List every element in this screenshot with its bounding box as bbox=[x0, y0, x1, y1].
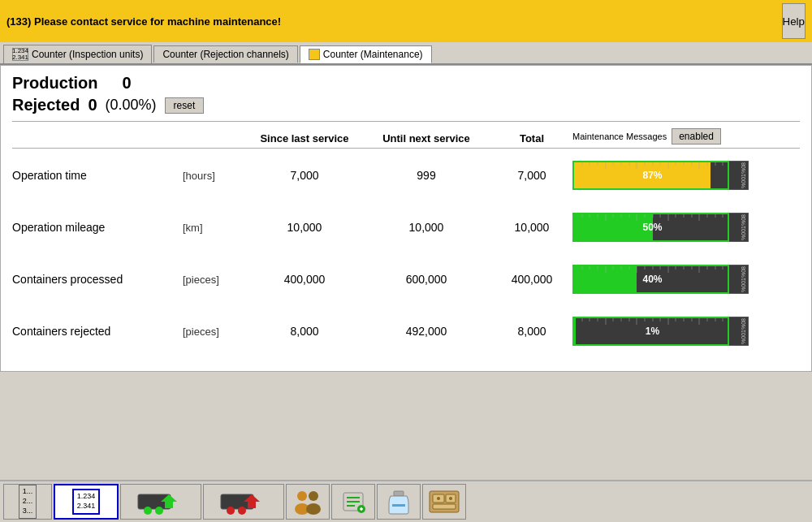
bar-scale-0: %08 %001 bbox=[729, 161, 749, 190]
row-bar-0: 87% %08 %001 bbox=[572, 161, 767, 190]
enabled-badge: enabled bbox=[672, 128, 721, 145]
svg-point-91 bbox=[238, 507, 246, 515]
svg-point-90 bbox=[227, 507, 235, 515]
tab-rejection[interactable]: Counter (Rejection channels) bbox=[153, 45, 297, 63]
bar-container-0: 87% bbox=[572, 161, 729, 190]
svg-point-97 bbox=[306, 503, 321, 515]
svg-rect-108 bbox=[433, 504, 456, 509]
maintenance-messages-col: Maintenance Messages enabled bbox=[572, 128, 751, 145]
divider bbox=[12, 121, 800, 122]
row-since-0: 7,000 bbox=[248, 169, 361, 182]
bottom-toolbar: 1...2...3... 1.2342.341 bbox=[0, 480, 812, 522]
row-until-0: 999 bbox=[361, 169, 491, 182]
toolbar-cabinet-btn[interactable] bbox=[422, 484, 466, 520]
header-until: Until next service bbox=[361, 132, 491, 145]
tool-icon bbox=[337, 488, 369, 516]
maintenance-messages-label: Maintenance Messages bbox=[572, 132, 667, 141]
tab-inspection-label: Counter (Inspection units) bbox=[32, 49, 143, 60]
toolbar-red-arrow-btn[interactable] bbox=[203, 484, 284, 520]
table-row-1: Operation mileage [km] 10,000 10,000 10,… bbox=[12, 207, 800, 248]
help-button[interactable]: Help bbox=[782, 3, 806, 39]
row-unit-0: [hours] bbox=[183, 170, 248, 182]
svg-text:1%: 1% bbox=[646, 326, 660, 337]
row-bar-3: 1% %08 %001 bbox=[572, 317, 767, 346]
counter-icon: 1.2342.341 bbox=[72, 489, 101, 514]
row-name-2: Containers processed bbox=[12, 273, 183, 286]
alert-text: (133) Please contact service for machine… bbox=[6, 15, 281, 28]
bar-scale-3: %08 %001 bbox=[729, 317, 749, 346]
row-name-3: Containers rejected bbox=[12, 325, 183, 338]
people-icon bbox=[292, 488, 324, 516]
toolbar-list-btn[interactable]: 1...2...3... bbox=[3, 484, 52, 520]
row-total-3: 8,000 bbox=[491, 325, 572, 338]
row-since-2: 400,000 bbox=[248, 273, 361, 286]
bar-container-2: 40% bbox=[572, 265, 729, 294]
toolbar-people-btn[interactable] bbox=[286, 484, 330, 520]
row-total-0: 7,000 bbox=[491, 169, 572, 182]
toolbar-counter-btn[interactable]: 1.2342.341 bbox=[54, 484, 119, 520]
svg-text:40%: 40% bbox=[642, 274, 662, 285]
table-headers: Since last service Until next service To… bbox=[12, 128, 800, 145]
table-row-2: Containers processed [pieces] 400,000 60… bbox=[12, 259, 800, 300]
svg-rect-104 bbox=[392, 504, 405, 507]
svg-rect-42 bbox=[574, 266, 637, 292]
svg-point-109 bbox=[437, 497, 440, 500]
rejected-row: Rejected 0 (0.00%) reset bbox=[12, 96, 800, 114]
red-arrow-icon bbox=[219, 488, 268, 516]
bar-scale-1: %08 %001 bbox=[729, 213, 749, 242]
row-total-1: 10,000 bbox=[491, 221, 572, 234]
tab-bar: 1.2342.341 Counter (Inspection units) Co… bbox=[0, 42, 812, 65]
toolbar-bottle-btn[interactable] bbox=[377, 484, 421, 520]
svg-point-85 bbox=[144, 507, 152, 515]
tab-rejection-label: Counter (Rejection channels) bbox=[162, 49, 288, 60]
header-total: Total bbox=[491, 132, 572, 145]
row-unit-2: [pieces] bbox=[183, 274, 248, 286]
alert-bar: (133) Please contact service for machine… bbox=[0, 0, 812, 42]
table-row-3: Containers rejected [pieces] 8,000 492,0… bbox=[12, 311, 800, 352]
svg-point-96 bbox=[309, 491, 318, 501]
svg-text:50%: 50% bbox=[642, 222, 662, 233]
toolbar-tool-btn[interactable] bbox=[331, 484, 375, 520]
bar-container-1: 50% bbox=[572, 213, 729, 242]
row-bar-2: 40% %08 %001 bbox=[572, 265, 767, 294]
row-name-1: Operation mileage bbox=[12, 221, 183, 234]
maintenance-tab-icon bbox=[309, 49, 320, 60]
toolbar-green-arrow-btn[interactable] bbox=[120, 484, 201, 520]
row-until-1: 10,000 bbox=[361, 221, 491, 234]
rejected-label: Rejected bbox=[12, 96, 80, 114]
row-until-2: 600,000 bbox=[361, 273, 491, 286]
svg-text:87%: 87% bbox=[642, 170, 662, 181]
rejected-pct: (0.00%) bbox=[106, 97, 157, 114]
row-until-3: 492,000 bbox=[361, 325, 491, 338]
green-arrow-icon bbox=[136, 488, 185, 516]
row-since-1: 10,000 bbox=[248, 221, 361, 234]
list-icon: 1...2...3... bbox=[19, 485, 37, 518]
tab-maintenance-label: Counter (Maintenance) bbox=[323, 49, 423, 60]
row-since-3: 8,000 bbox=[248, 325, 361, 338]
tab-inspection[interactable]: 1.2342.341 Counter (Inspection units) bbox=[3, 45, 152, 63]
row-name-0: Operation time bbox=[12, 169, 183, 182]
production-label: Production bbox=[12, 74, 98, 93]
main-content: Production 0 Rejected 0 (0.00%) reset Si… bbox=[0, 65, 812, 372]
bar-scale-2: %08 %001 bbox=[729, 265, 749, 294]
row-unit-1: [km] bbox=[183, 222, 248, 234]
svg-rect-93 bbox=[248, 502, 256, 508]
data-rows: Operation time [hours] 7,000 999 7,000 8… bbox=[12, 155, 800, 352]
svg-point-110 bbox=[449, 497, 452, 500]
inspection-tab-icon: 1.2342.341 bbox=[12, 48, 28, 61]
cabinet-icon bbox=[426, 488, 462, 516]
bar-container-3: 1% bbox=[572, 317, 729, 346]
row-total-2: 400,000 bbox=[491, 273, 572, 286]
svg-point-94 bbox=[297, 491, 307, 501]
reset-button[interactable]: reset bbox=[165, 97, 205, 114]
svg-rect-103 bbox=[394, 491, 404, 496]
tab-maintenance[interactable]: Counter (Maintenance) bbox=[300, 45, 432, 63]
row-bar-1: 50% %08 %001 bbox=[572, 213, 767, 242]
rejected-value: 0 bbox=[88, 96, 97, 114]
svg-rect-88 bbox=[165, 502, 173, 508]
row-unit-3: [pieces] bbox=[183, 326, 248, 338]
bottle-icon bbox=[382, 488, 415, 516]
header-since: Since last service bbox=[248, 132, 361, 145]
svg-rect-63 bbox=[574, 318, 576, 344]
svg-rect-21 bbox=[574, 214, 653, 240]
